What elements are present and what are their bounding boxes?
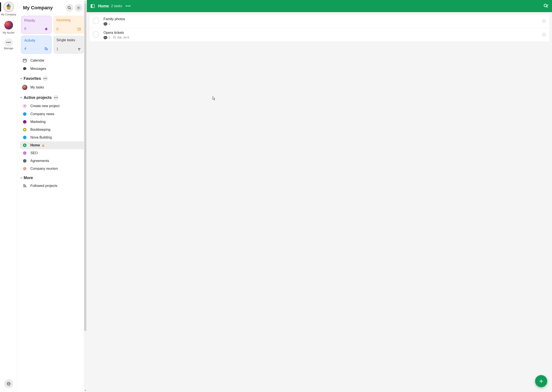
settings-button[interactable] — [75, 4, 82, 12]
star-icon — [44, 27, 48, 31]
search-filter-icon — [543, 3, 549, 9]
card-count: 4 — [24, 47, 26, 51]
globe-button[interactable] — [4, 379, 13, 388]
project-item[interactable]: Bookkeeping — [20, 126, 85, 133]
calendar-icon — [113, 36, 116, 39]
svg-line-5 — [70, 8, 71, 9]
nav-label: My tasks — [30, 85, 44, 89]
svg-point-8 — [45, 49, 46, 50]
section-favorites[interactable]: ▼ Favorites ••• — [20, 73, 85, 83]
card-priority[interactable]: Priority 0 — [21, 16, 52, 34]
left-rail: My Company My Nozbe ••• Manage — [0, 0, 17, 392]
sidebar-header: My Company — [20, 0, 85, 16]
sidebar-toggle-button[interactable] — [90, 4, 95, 8]
lock-icon: 🔒 — [42, 144, 45, 147]
task-checkbox[interactable] — [93, 18, 99, 24]
card-single-tasks[interactable]: Single tasks 1 — [53, 35, 84, 54]
task-star-button[interactable] — [542, 32, 546, 37]
star-outline-icon — [542, 32, 546, 37]
project-color-dot — [23, 151, 27, 155]
project-item[interactable]: Agreements — [20, 157, 85, 165]
scrollbar-thumb[interactable] — [84, 3, 86, 331]
messages-icon — [22, 67, 27, 71]
favorites-more-button[interactable]: ••• — [43, 76, 48, 81]
task-star-button[interactable] — [542, 19, 546, 24]
project-label: Company news — [30, 112, 54, 116]
nav-label: Messages — [30, 67, 46, 71]
cursor-icon — [212, 96, 216, 101]
main-panel: Home 2 tasks ••• Family photos1Opera tic… — [87, 0, 552, 392]
svg-point-11 — [79, 49, 80, 50]
chevron-down-icon: ▼ — [20, 96, 22, 99]
search-icon — [67, 6, 72, 10]
section-active-projects[interactable]: ▼ Active projects ••• — [20, 92, 85, 102]
search-button[interactable] — [65, 4, 73, 12]
card-title: Single tasks — [57, 38, 81, 42]
plus-icon: + — [22, 104, 27, 108]
scroll-up-arrow[interactable]: ▲ — [84, 0, 87, 3]
project-item[interactable]: Home🔒 — [20, 141, 85, 149]
workspace-label-nozbe: My Nozbe — [3, 31, 14, 34]
project-item[interactable]: Company news — [20, 110, 85, 118]
nav-messages[interactable]: Messages — [20, 65, 85, 73]
nav-label: Create new project — [30, 104, 59, 108]
svg-rect-28 — [114, 36, 116, 38]
projects-more-button[interactable]: ••• — [53, 95, 59, 100]
project-color-dot — [23, 159, 27, 163]
inbox-icon — [77, 27, 81, 31]
create-project-button[interactable]: + Create new project — [20, 102, 85, 110]
globe-icon — [7, 382, 11, 386]
project-label: Agreements — [30, 159, 49, 163]
section-title: Active projects — [24, 95, 52, 100]
project-label: Bookkeeping — [30, 128, 50, 132]
project-more-button[interactable]: ••• — [126, 4, 131, 8]
project-label: Nova Building — [30, 135, 52, 140]
workspace-switch-company[interactable] — [3, 2, 14, 12]
section-more[interactable]: ▼ More — [20, 173, 85, 182]
task-row[interactable]: Family photos1 — [89, 14, 550, 28]
sidebar-toggle-icon — [90, 4, 95, 8]
task-date: Sat, Jul 6 — [113, 36, 129, 39]
project-title: Home — [98, 4, 109, 8]
project-color-dot — [23, 136, 27, 139]
project-color-dot — [23, 167, 27, 170]
chevron-down-icon: ▼ — [20, 77, 22, 80]
add-task-fab[interactable]: + — [535, 375, 547, 387]
scroll-down-arrow[interactable]: ▼ — [84, 389, 87, 392]
project-label: Home — [30, 143, 40, 147]
card-activity[interactable]: Activity 4 — [21, 35, 52, 54]
task-row[interactable]: Opera tickets1Sat, Jul 6 — [89, 28, 550, 42]
filter-button[interactable] — [543, 3, 549, 9]
svg-point-4 — [68, 6, 70, 9]
manage-workspaces-button[interactable]: ••• — [4, 38, 13, 47]
card-title: Activity — [24, 39, 48, 42]
comment-icon — [103, 22, 108, 25]
section-title: Favorites — [24, 76, 41, 81]
project-color-dot — [23, 120, 27, 124]
manage-label: Manage — [4, 47, 13, 50]
workspace-switch-nozbe[interactable] — [3, 20, 14, 30]
card-count: 0 — [24, 27, 26, 31]
svg-point-18 — [24, 68, 25, 69]
project-item[interactable]: Company reunion — [20, 165, 85, 173]
card-incoming[interactable]: Incoming 0 — [53, 16, 84, 34]
card-count: 0 — [57, 27, 58, 31]
workspace-title: My Company — [23, 5, 64, 11]
sidebar-scrollbar[interactable]: ▲ ▼ — [84, 0, 87, 392]
svg-point-20 — [23, 186, 24, 187]
chevron-down-icon: ▼ — [20, 177, 22, 179]
card-count: 1 — [57, 47, 58, 51]
project-item[interactable]: Marketing — [20, 118, 85, 126]
task-checkbox[interactable] — [93, 31, 99, 38]
nav-calendar[interactable]: Calendar — [20, 56, 85, 65]
task-comments: 1 — [103, 36, 110, 39]
overview-cards: Priority 0 Incoming 0 Activity 4 — [20, 16, 85, 54]
nav-followed-projects[interactable]: Followed projects — [20, 182, 85, 190]
star-outline-icon — [542, 19, 546, 23]
favorite-my-tasks[interactable]: My tasks — [20, 83, 85, 92]
project-color-dot — [23, 128, 27, 131]
task-title: Opera tickets — [103, 31, 542, 35]
project-color-dot — [23, 144, 27, 147]
project-item[interactable]: SEO — [20, 149, 85, 157]
project-item[interactable]: Nova Building — [20, 133, 85, 141]
